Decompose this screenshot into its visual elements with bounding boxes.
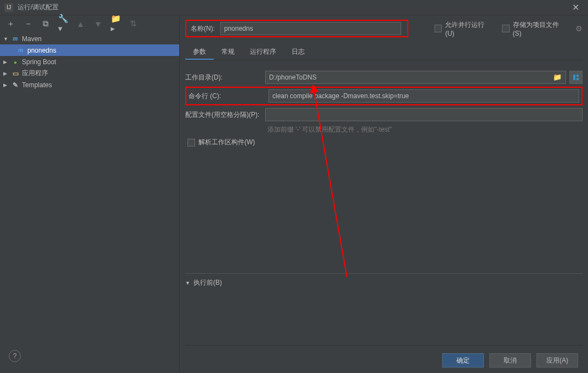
tree-label: pnonedns bbox=[27, 47, 56, 54]
resolve-workspace-input[interactable] bbox=[187, 139, 195, 146]
svg-rect-0 bbox=[573, 75, 575, 80]
allow-parallel-input[interactable] bbox=[435, 25, 442, 32]
config-toolbar: ＋ － ⧉ 🔧▾ ▲ ▼ 📁▸ ⇅ bbox=[0, 15, 179, 32]
workdir-label: 工作目录(D): bbox=[185, 73, 262, 82]
before-exec-section: ▼ 执行前(B) bbox=[185, 273, 583, 287]
resolve-workspace-label: 解析工作区构件(W) bbox=[198, 138, 255, 147]
tab-general[interactable]: 常规 bbox=[214, 44, 242, 60]
tree-node-application[interactable]: ▶ 应用程序 bbox=[0, 67, 179, 79]
move-up-button[interactable]: ▲ bbox=[76, 19, 85, 29]
left-pane: ＋ － ⧉ 🔧▾ ▲ ▼ 📁▸ ⇅ ▼ m Maven m pnonedns ▶… bbox=[0, 15, 180, 373]
move-down-button[interactable]: ▼ bbox=[93, 19, 103, 29]
apply-button[interactable]: 应用(A) bbox=[536, 353, 578, 368]
edit-defaults-button[interactable]: 🔧▾ bbox=[58, 19, 68, 29]
profiles-input[interactable] bbox=[265, 108, 583, 121]
app-icon: IJ bbox=[4, 3, 13, 12]
tree-node-spring-boot[interactable]: ▶ Spring Boot bbox=[0, 56, 179, 67]
allow-parallel-checkbox[interactable]: 允许并行运行(U) bbox=[435, 20, 492, 37]
expand-icon: ▶ bbox=[3, 82, 10, 88]
tab-parameters[interactable]: 参数 bbox=[185, 44, 214, 60]
application-icon bbox=[11, 70, 20, 77]
insert-icon bbox=[572, 74, 580, 81]
copy-config-button[interactable]: ⧉ bbox=[41, 19, 50, 29]
expand-icon: ▼ bbox=[3, 36, 10, 42]
folder-icon[interactable]: 📁 bbox=[552, 73, 563, 81]
tree-label: Maven bbox=[22, 35, 42, 43]
cmd-label: 命令行 (C): bbox=[189, 92, 265, 101]
tree-node-pnonedns[interactable]: m pnonedns bbox=[0, 44, 179, 56]
tab-logs[interactable]: 日志 bbox=[284, 44, 312, 60]
insert-macro-button[interactable] bbox=[569, 71, 583, 84]
expand-icon: ▶ bbox=[3, 71, 10, 76]
expand-icon: ▶ bbox=[3, 59, 10, 65]
add-config-button[interactable]: ＋ bbox=[5, 19, 15, 29]
help-button[interactable]: ? bbox=[9, 350, 21, 362]
profiles-label: 配置文件(用空格分隔)(P): bbox=[185, 110, 262, 120]
window-title: 运行/调试配置 bbox=[18, 3, 568, 12]
templates-icon bbox=[11, 81, 20, 89]
cancel-button[interactable]: 取消 bbox=[489, 353, 531, 368]
dialog-button-bar: 确定 取消 应用(A) bbox=[185, 345, 583, 368]
workdir-row: 工作目录(D): 📁 bbox=[185, 68, 583, 87]
config-tabs: 参数 常规 运行程序 日志 bbox=[185, 44, 583, 60]
form-area: 工作目录(D): 📁 命令行 (C): 配置文件(用空格分隔)(P): bbox=[185, 60, 583, 287]
maven-icon: m bbox=[16, 46, 25, 54]
close-icon[interactable]: ✕ bbox=[568, 2, 584, 13]
tree-label: Spring Boot bbox=[22, 58, 56, 66]
name-label: 名称(N): bbox=[191, 24, 215, 33]
tree-node-templates[interactable]: ▶ Templates bbox=[0, 79, 179, 91]
tree-node-maven[interactable]: ▼ m Maven bbox=[0, 33, 179, 44]
workdir-input[interactable] bbox=[265, 71, 566, 84]
tree-label: 应用程序 bbox=[22, 69, 48, 78]
right-pane: 名称(N): 允许并行运行(U) 存储为项目文件(S) ⚙ 参数 常规 运行程序… bbox=[180, 15, 588, 373]
title-bar: IJ 运行/调试配置 ✕ bbox=[0, 0, 588, 15]
maven-icon: m bbox=[11, 35, 20, 43]
cmd-input[interactable] bbox=[269, 89, 579, 103]
config-tree[interactable]: ▼ m Maven m pnonedns ▶ Spring Boot ▶ 应用程… bbox=[0, 32, 179, 373]
store-file-input[interactable] bbox=[502, 25, 510, 32]
store-file-checkbox[interactable]: 存储为项目文件(S) bbox=[502, 20, 566, 37]
resolve-workspace-checkbox[interactable]: 解析工作区构件(W) bbox=[187, 138, 583, 147]
gear-icon[interactable]: ⚙ bbox=[575, 24, 583, 33]
folder-button[interactable]: 📁▸ bbox=[111, 19, 121, 29]
allow-parallel-label: 允许并行运行(U) bbox=[445, 20, 492, 37]
svg-rect-1 bbox=[576, 75, 579, 77]
profiles-row: 配置文件(用空格分隔)(P): bbox=[185, 105, 583, 124]
sort-button[interactable]: ⇅ bbox=[128, 19, 138, 29]
spring-icon bbox=[11, 58, 20, 66]
name-input[interactable] bbox=[220, 22, 401, 35]
tab-runner[interactable]: 运行程序 bbox=[242, 44, 284, 60]
cmd-row: 命令行 (C): bbox=[185, 87, 583, 105]
svg-rect-2 bbox=[576, 78, 579, 80]
before-exec-label: 执行前(B) bbox=[193, 278, 222, 287]
chevron-down-icon: ▼ bbox=[185, 280, 190, 286]
tree-label: Templates bbox=[22, 81, 52, 89]
name-group: 名称(N): bbox=[185, 20, 408, 37]
store-file-label: 存储为项目文件(S) bbox=[513, 20, 566, 37]
before-exec-toggle[interactable]: ▼ 执行前(B) bbox=[185, 278, 583, 287]
remove-config-button[interactable]: － bbox=[23, 19, 33, 29]
profiles-hint: 添加前缀 '-' 可以禁用配置文件，例如"-test" bbox=[185, 124, 583, 138]
ok-button[interactable]: 确定 bbox=[442, 353, 484, 368]
